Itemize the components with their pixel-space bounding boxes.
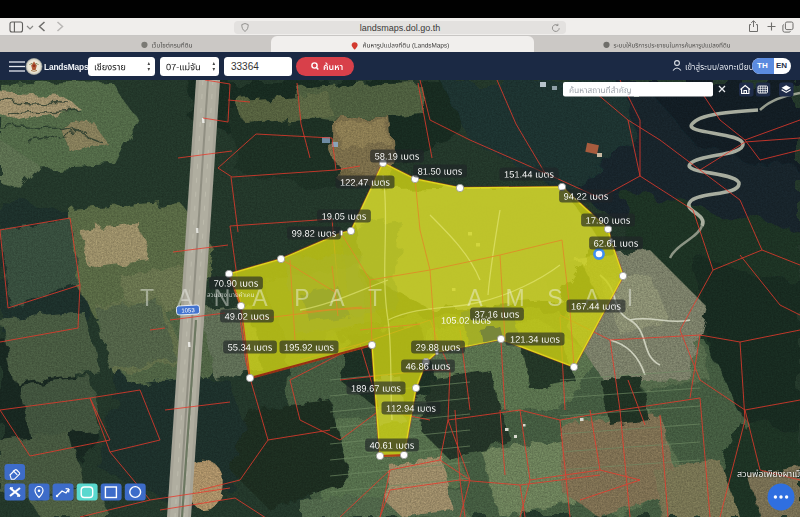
- svg-text:T: T: [140, 285, 154, 311]
- svg-text:I: I: [627, 285, 633, 311]
- svg-text:A: A: [329, 285, 345, 311]
- svg-text:A: A: [467, 285, 483, 311]
- svg-text:1053: 1053: [181, 307, 195, 314]
- svg-text:S: S: [547, 285, 562, 311]
- svg-text:M: M: [505, 285, 524, 311]
- svg-text:T: T: [368, 285, 382, 311]
- svg-text:P: P: [294, 285, 309, 311]
